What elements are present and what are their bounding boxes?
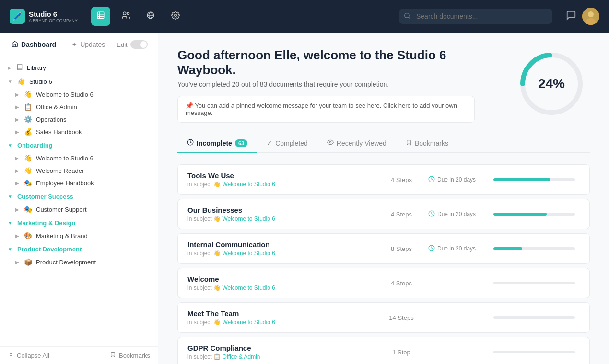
doc-info: Welcome in subject 👋 Welcome to Studio 6 bbox=[187, 275, 375, 291]
welcome-title: Good afternoon Elle, welcome to the Stud… bbox=[177, 48, 498, 78]
table-row[interactable]: Internal Communication in subject 👋 Welc… bbox=[177, 233, 590, 264]
people-icon bbox=[121, 11, 130, 22]
nav-section-customer-success: ▼ Customer Success ▶ 🎭 Customer Support bbox=[0, 190, 158, 216]
nav-settings-btn[interactable] bbox=[166, 7, 185, 26]
tab-updates[interactable]: ✦ Updates bbox=[68, 39, 109, 50]
sidebar-item-sales-handbook[interactable]: ▶ 💰 Sales Handbook bbox=[0, 125, 158, 138]
logo-icon: 🖊️ bbox=[10, 9, 25, 24]
group-product-development-label: Product Development bbox=[17, 246, 82, 253]
doc-list: Tools We Use in subject 👋 Welcome to Stu… bbox=[177, 164, 590, 364]
documents-icon bbox=[96, 11, 105, 22]
table-row[interactable]: Tools We Use in subject 👋 Welcome to Stu… bbox=[177, 164, 590, 195]
bookmark-icon bbox=[110, 352, 116, 359]
sidebar-item-library[interactable]: ▶ Library bbox=[0, 61, 158, 75]
sidebar-group-onboarding[interactable]: ▼ Onboarding bbox=[0, 139, 158, 152]
chevron-down-icon: ▼ bbox=[8, 79, 12, 84]
sidebar-item-operations[interactable]: ▶ ⚙️ Operations bbox=[0, 113, 158, 125]
progress-bar-fill bbox=[493, 213, 547, 216]
progress-percent: 24% bbox=[538, 76, 565, 91]
gear-icon bbox=[171, 11, 180, 22]
sidebar-item-product-development[interactable]: ▶ 📦 Product Development bbox=[0, 256, 158, 268]
table-row[interactable]: Welcome in subject 👋 Welcome to Studio 6… bbox=[177, 268, 590, 298]
doc-info: Our Businesses in subject 👋 Welcome to S… bbox=[187, 206, 375, 222]
sidebar-item-employee-handbook[interactable]: ▶ 🎭 Employee Handbook bbox=[0, 177, 158, 189]
bookmarks-btn[interactable]: Bookmarks bbox=[110, 352, 150, 359]
svg-point-4 bbox=[123, 12, 126, 15]
welcome-row: Good afternoon Elle, welcome to the Stud… bbox=[177, 48, 590, 123]
due-icon bbox=[428, 210, 435, 218]
sidebar-item-welcome-reader[interactable]: ▶ 👋 Welcome Reader bbox=[0, 164, 158, 177]
library-label: Library bbox=[27, 64, 46, 71]
sidebar-item-customer-support[interactable]: ▶ 🎭 Customer Support bbox=[0, 203, 158, 216]
welcome-banner-text: 📌 You can add a pinned welcome message f… bbox=[186, 102, 467, 116]
edit-toggle-switch[interactable] bbox=[130, 40, 148, 49]
tab-dashboard[interactable]: Dashboard bbox=[8, 39, 60, 51]
tab-recently-viewed[interactable]: Recently Viewed bbox=[317, 134, 396, 153]
tab-incomplete[interactable]: Incomplete 63 bbox=[177, 134, 257, 153]
progress-bar-bg bbox=[493, 247, 575, 250]
table-row[interactable]: Meet The Team in subject 👋 Welcome to St… bbox=[177, 302, 590, 333]
doc-due: Due in 20 days bbox=[428, 210, 486, 218]
tab-dashboard-label: Dashboard bbox=[21, 41, 56, 48]
chevron-down-icon-4: ▼ bbox=[8, 220, 12, 226]
home-icon bbox=[12, 41, 18, 49]
doc-title: GDPR Compliance bbox=[187, 344, 375, 352]
sidebar-footer: Collapse All Bookmarks bbox=[0, 346, 158, 364]
progress-circle: 24% bbox=[515, 48, 587, 120]
search-input[interactable] bbox=[399, 9, 552, 24]
sidebar-item-marketing-brand[interactable]: ▶ 🎨 Marketing & Brand bbox=[0, 229, 158, 242]
sidebar-item-welcome-onboarding[interactable]: ▶ 👋 Welcome to Studio 6 bbox=[0, 152, 158, 164]
chat-icon[interactable] bbox=[566, 10, 576, 23]
table-row[interactable]: GDPR Compliance in subject 📋 Office & Ad… bbox=[177, 337, 590, 364]
topbar: 🖊️ Studio 6 A BRAND OF COMPANY bbox=[0, 0, 609, 33]
sidebar-group-marketing-design[interactable]: ▼ Marketing & Design bbox=[0, 216, 158, 229]
logo: 🖊️ Studio 6 A BRAND OF COMPANY bbox=[10, 9, 78, 24]
doc-subject: in subject 👋 Welcome to Studio 6 bbox=[187, 216, 375, 222]
svg-point-11 bbox=[588, 11, 594, 17]
progress-bar-fill bbox=[493, 178, 550, 181]
tab-bookmarks-label: Bookmarks bbox=[415, 139, 448, 147]
collapse-all-label: Collapse All bbox=[17, 352, 49, 359]
nav-globe-btn[interactable] bbox=[141, 7, 160, 26]
sidebar-group-product-development[interactable]: ▼ Product Development bbox=[0, 243, 158, 256]
svg-line-9 bbox=[409, 17, 410, 18]
clock-icon bbox=[187, 139, 194, 147]
progress-circle-wrap: 24% bbox=[513, 48, 590, 120]
doc-subject: in subject 👋 Welcome to Studio 6 bbox=[187, 250, 375, 257]
tab-bookmarks[interactable]: Bookmarks bbox=[396, 135, 458, 153]
topbar-right bbox=[566, 8, 599, 25]
collapse-icon bbox=[8, 352, 14, 359]
doc-info: Tools We Use in subject 👋 Welcome to Stu… bbox=[187, 171, 375, 188]
doc-steps: 1 Step bbox=[382, 349, 421, 356]
table-row[interactable]: Our Businesses in subject 👋 Welcome to S… bbox=[177, 199, 590, 229]
nav-people-btn[interactable] bbox=[116, 7, 135, 26]
logo-subtext: A BRAND OF COMPANY bbox=[29, 18, 78, 23]
doc-steps: 4 Steps bbox=[382, 176, 421, 183]
sidebar-header: Dashboard ✦ Updates Edit ‹ bbox=[0, 33, 158, 57]
doc-due: Due in 20 days bbox=[428, 245, 486, 253]
nav-documents-btn[interactable] bbox=[91, 7, 110, 26]
progress-bar-bg bbox=[493, 282, 575, 284]
edit-toggle: Edit bbox=[117, 40, 147, 49]
sidebar-group-customer-success[interactable]: ▼ Customer Success bbox=[0, 190, 158, 203]
due-icon bbox=[428, 245, 435, 253]
welcome-subtitle: You've completed 20 out of 83 documents … bbox=[177, 80, 498, 88]
collapse-all-btn[interactable]: Collapse All bbox=[8, 352, 49, 359]
sidebar-item-welcome-studio6[interactable]: ▶ 👋 Welcome to Studio 6 bbox=[0, 88, 158, 101]
doc-steps: 8 Steps bbox=[382, 245, 421, 252]
edit-label: Edit bbox=[117, 41, 127, 48]
svg-point-5 bbox=[127, 12, 129, 15]
avatar[interactable] bbox=[582, 8, 599, 25]
search-icon bbox=[404, 12, 410, 21]
tab-incomplete-label: Incomplete bbox=[197, 139, 232, 147]
welcome-banner[interactable]: 📌 You can add a pinned welcome message f… bbox=[177, 96, 475, 123]
sidebar-item-office-admin[interactable]: ▶ 📋 Office & Admin bbox=[0, 101, 158, 113]
sidebar-group-studio6[interactable]: ▼ 👋 Studio 6 bbox=[0, 75, 158, 88]
tab-completed[interactable]: ✓ Completed bbox=[257, 135, 317, 153]
svg-point-8 bbox=[405, 13, 409, 17]
search-wrap bbox=[399, 9, 552, 24]
doc-steps: 14 Steps bbox=[382, 314, 421, 321]
doc-progress bbox=[493, 316, 580, 319]
nav-section-studio6: ▼ 👋 Studio 6 ▶ 👋 Welcome to Studio 6 ▶ 📋… bbox=[0, 75, 158, 138]
chevron-down-icon-3: ▼ bbox=[8, 194, 12, 199]
